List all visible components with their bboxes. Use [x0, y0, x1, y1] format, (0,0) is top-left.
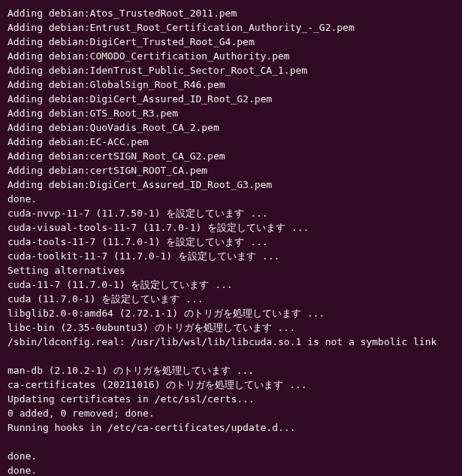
terminal-line: libc-bin (2.35-0ubuntu3) のトリガを処理しています ..… [8, 320, 454, 335]
terminal-line: Adding debian:Atos_TrustedRoot_2011.pem [8, 6, 454, 20]
terminal-line [8, 349, 454, 363]
terminal-line: cuda-toolkit-11-7 (11.7.0-1) を設定しています ..… [8, 249, 454, 263]
terminal-output[interactable]: Adding debian:Atos_TrustedRoot_2011.pemA… [0, 0, 462, 476]
terminal-line: Adding debian:COMODO_Certification_Autho… [8, 49, 454, 63]
terminal-line: Adding debian:IdenTrust_Public_Sector_Ro… [8, 63, 454, 77]
terminal-line: man-db (2.10.2-1) のトリガを処理しています ... [8, 363, 454, 377]
terminal-line: done. [8, 449, 454, 463]
terminal-line: Adding debian:DigiCert_Trusted_Root_G4.p… [8, 35, 454, 49]
terminal-line: Adding debian:DigiCert_Assured_ID_Root_G… [8, 92, 454, 106]
terminal-line: Updating certificates in /etc/ssl/certs.… [8, 392, 454, 406]
terminal-line: Adding debian:GlobalSign_Root_R46.pem [8, 77, 454, 92]
terminal-line: cuda-nvvp-11-7 (11.7.50-1) を設定しています ... [8, 206, 454, 220]
terminal-line: Adding debian:DigiCert_Assured_ID_Root_G… [8, 177, 454, 192]
terminal-line: libglib2.0-0:amd64 (2.72.1-1) のトリガを処理してい… [8, 306, 454, 320]
terminal-line: cuda-11-7 (11.7.0-1) を設定しています ... [8, 277, 454, 292]
terminal-line: Adding debian:certSIGN_Root_CA_G2.pem [8, 149, 454, 163]
terminal-line: cuda-tools-11-7 (11.7.0-1) を設定しています ... [8, 235, 454, 249]
terminal-line: done. [8, 463, 454, 476]
terminal-line: 0 added, 0 removed; done. [8, 406, 454, 420]
terminal-line: Running hooks in /etc/ca-certificates/up… [8, 420, 454, 435]
terminal-line: Adding debian:GTS_Root_R3.pem [8, 106, 454, 120]
terminal-line: ca-certificates (20211016) のトリガを処理しています … [8, 377, 454, 392]
terminal-line: /sbin/ldconfig.real: /usr/lib/wsl/lib/li… [8, 335, 454, 349]
terminal-line: Adding debian:certSIGN_ROOT_CA.pem [8, 163, 454, 177]
terminal-line: cuda-visual-tools-11-7 (11.7.0-1) を設定してい… [8, 220, 454, 235]
terminal-line: done. [8, 192, 454, 206]
terminal-line: Adding debian:QuoVadis_Root_CA_2.pem [8, 120, 454, 135]
terminal-line: cuda (11.7.0-1) を設定しています ... [8, 292, 454, 306]
terminal-line: Adding debian:EC-ACC.pem [8, 135, 454, 149]
terminal-line: Setting alternatives [8, 263, 454, 277]
terminal-line: Adding debian:Entrust_Root_Certification… [8, 20, 454, 35]
terminal-line [8, 435, 454, 449]
